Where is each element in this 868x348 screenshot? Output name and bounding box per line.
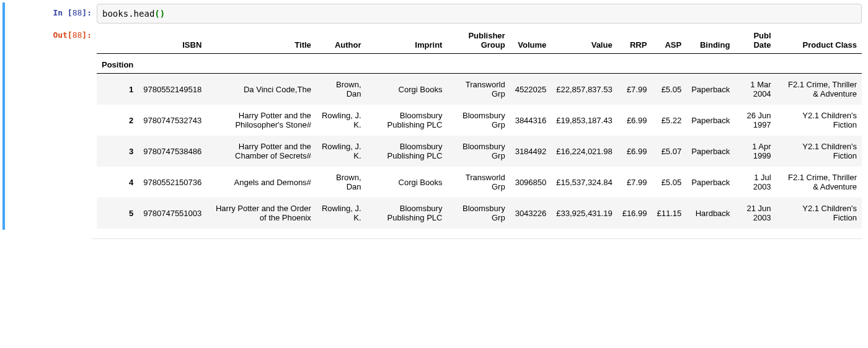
in-prompt: In [88]: <box>5 7 92 19</box>
col-title: Title <box>206 27 316 54</box>
cell-author: Rowling, J. K. <box>316 105 366 136</box>
cell-binding: Hardback <box>686 198 735 228</box>
cell-volume: 4522025 <box>510 74 552 105</box>
cell-product-class: Y2.1 Children's Fiction <box>776 136 862 167</box>
in-prompt-prefix: In [ <box>53 8 72 17</box>
content-column: books.head() ISBN Title Author Imprint P… <box>97 4 862 228</box>
cell-publisher-group: Bloomsbury Grp <box>447 105 510 136</box>
code-input[interactable]: books.head() <box>97 4 862 24</box>
col-imprint: Imprint <box>366 27 448 54</box>
code-object: books <box>102 9 128 19</box>
cell-imprint: Bloomsbury Publishing PLC <box>366 136 448 167</box>
col-isbn: ISBN <box>138 27 206 54</box>
cell-publ-date: 1 Mar 2004 <box>735 74 776 105</box>
cell-volume: 3184492 <box>510 136 552 167</box>
table-head: ISBN Title Author Imprint Publisher Grou… <box>97 27 862 74</box>
cell-binding: Paperback <box>686 105 735 136</box>
cell-product-class: F2.1 Crime, Thriller & Adventure <box>776 74 862 105</box>
cell-title: Harry Potter and the Philosopher's Stone… <box>206 105 316 136</box>
cell-isbn: 9780552149518 <box>138 74 206 105</box>
code-paren-open: ( <box>154 9 159 19</box>
cell-volume: 3844316 <box>510 105 552 136</box>
cell-title: Angels and Demons# <box>206 167 316 198</box>
cell-asp: £5.07 <box>652 136 686 167</box>
cell-rrp: £16.99 <box>618 198 652 228</box>
col-rrp: RRP <box>618 27 652 54</box>
col-author: Author <box>316 27 366 54</box>
table-header-row: ISBN Title Author Imprint Publisher Grou… <box>97 27 862 54</box>
row-index: 1 <box>97 74 138 105</box>
cell-rrp: £7.99 <box>618 74 652 105</box>
cell-publ-date: 1 Jul 2003 <box>735 167 776 198</box>
cell-isbn: 9780747551003 <box>138 198 206 228</box>
cell-isbn: 9780552150736 <box>138 167 206 198</box>
notebook-cell: In [88]: Out[88]: books.head() ISBN Titl… <box>2 2 862 230</box>
out-prompt-prefix: Out[ <box>53 30 72 40</box>
cell-publisher-group: Bloomsbury Grp <box>447 136 510 167</box>
out-prompt: Out[88]: <box>5 30 92 41</box>
col-binding: Binding <box>686 27 735 54</box>
in-prompt-number: 88 <box>73 8 82 17</box>
out-prompt-number: 88 <box>73 30 82 40</box>
cell-binding: Paperback <box>686 167 735 198</box>
output-area: ISBN Title Author Imprint Publisher Grou… <box>97 27 862 228</box>
cell-isbn: 9780747538486 <box>138 136 206 167</box>
cell-rrp: £6.99 <box>618 105 652 136</box>
out-prompt-suffix: ]: <box>82 30 92 40</box>
cell-value: £33,925,431.19 <box>551 198 617 228</box>
cell-isbn: 9780747532743 <box>138 105 206 136</box>
cell-publ-date: 21 Jun 2003 <box>735 198 776 228</box>
cell-imprint: Bloomsbury Publishing PLC <box>366 198 448 228</box>
cell-publisher-group: Transworld Grp <box>447 74 510 105</box>
cell-imprint: Corgi Books <box>366 167 448 198</box>
col-product-class: Product Class <box>776 27 862 54</box>
row-index: 3 <box>97 136 138 167</box>
cell-imprint: Bloomsbury Publishing PLC <box>366 105 448 136</box>
index-corner <box>97 27 138 54</box>
cell-publisher-group: Bloomsbury Grp <box>447 198 510 228</box>
col-value: Value <box>551 27 617 54</box>
col-volume: Volume <box>510 27 552 54</box>
col-asp: ASP <box>652 27 686 54</box>
cell-volume: 3043226 <box>510 198 552 228</box>
index-name: Position <box>97 54 138 74</box>
code-paren-close: ) <box>160 9 165 19</box>
code-dot: . <box>128 9 133 19</box>
row-index: 5 <box>97 198 138 228</box>
table-row: 4 9780552150736 Angels and Demons# Brown… <box>97 167 862 198</box>
cell-asp: £5.05 <box>652 167 686 198</box>
cell-publ-date: 1 Apr 1999 <box>735 136 776 167</box>
cell-title: Harry Potter and the Order of the Phoeni… <box>206 198 316 228</box>
cell-value: £19,853,187.43 <box>551 105 617 136</box>
cell-binding: Paperback <box>686 74 735 105</box>
in-prompt-suffix: ]: <box>82 8 92 17</box>
code-function: head <box>134 9 155 19</box>
cell-asp: £5.22 <box>652 105 686 136</box>
cell-product-class: Y2.1 Children's Fiction <box>776 105 862 136</box>
cell-title: Harry Potter and the Chamber of Secrets# <box>206 136 316 167</box>
cell-product-class: Y2.1 Children's Fiction <box>776 198 862 228</box>
cell-rrp: £6.99 <box>618 136 652 167</box>
cell-volume: 3096850 <box>510 167 552 198</box>
next-cell-hint <box>92 238 862 246</box>
prompt-column: In [88]: Out[88]: <box>5 4 97 228</box>
cell-title: Da Vinci Code,The <box>206 74 316 105</box>
table-row: 1 9780552149518 Da Vinci Code,The Brown,… <box>97 74 862 105</box>
index-name-spacer <box>138 54 862 74</box>
cell-value: £22,857,837.53 <box>551 74 617 105</box>
col-publisher-group: Publisher Group <box>447 27 510 54</box>
cell-value: £16,224,021.98 <box>551 136 617 167</box>
row-index: 4 <box>97 167 138 198</box>
col-publ-date: Publ Date <box>735 27 776 54</box>
cell-author: Rowling, J. K. <box>316 198 366 228</box>
table-body: 1 9780552149518 Da Vinci Code,The Brown,… <box>97 74 862 229</box>
cell-asp: £11.15 <box>652 198 686 228</box>
cell-imprint: Corgi Books <box>366 74 448 105</box>
cell-publisher-group: Transworld Grp <box>447 167 510 198</box>
row-index: 2 <box>97 105 138 136</box>
cell-author: Brown, Dan <box>316 74 366 105</box>
cell-author: Brown, Dan <box>316 167 366 198</box>
cell-author: Rowling, J. K. <box>316 136 366 167</box>
index-name-row: Position <box>97 54 862 74</box>
cell-asp: £5.05 <box>652 74 686 105</box>
